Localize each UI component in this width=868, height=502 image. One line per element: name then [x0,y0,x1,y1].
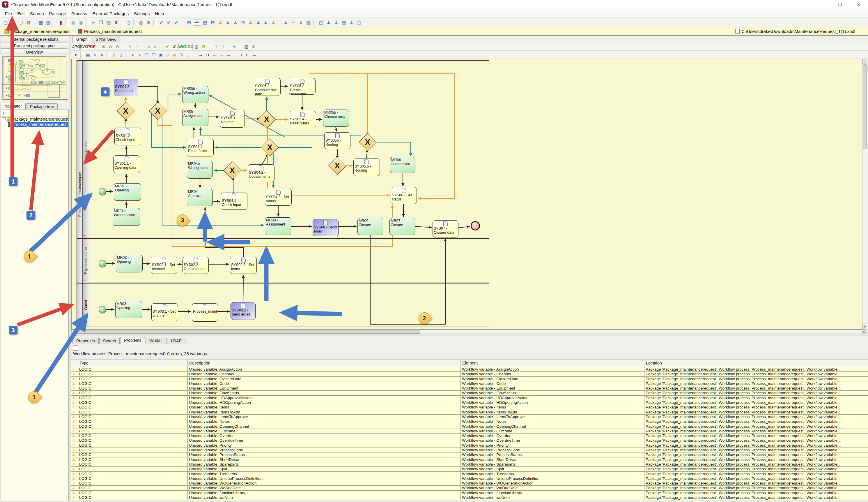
user-blue-icon[interactable]: ♟ [325,19,332,26]
save-icon[interactable]: ▦ [37,19,44,26]
participant-blue-icon[interactable]: ♟ [255,19,262,26]
activity-sys04-2[interactable]: SYS04.2 - Update items [248,164,275,182]
delete-icon[interactable]: ✘ [113,19,120,26]
horizontal-splitter[interactable] [71,334,868,336]
problem-row[interactable]: ⚠LOGICUnused variable: SplitWorkflow var… [71,467,868,471]
activity-mr01[interactable]: MR01 - Opening [114,183,141,201]
problem-row[interactable]: ⚠LOGICUnused variable: functionLibraryWo… [71,491,868,495]
tab-package-tree[interactable]: Package tree [26,103,58,110]
blank-activity-tool[interactable]: ▯ [117,52,124,58]
previous-validation-icon[interactable]: ✔ [165,19,172,26]
rotate-left-icon[interactable]: ↰ [126,43,133,50]
new-package-icon[interactable]: ▢ [2,19,9,26]
delete-graph-icon[interactable]: ⊠ [200,43,207,50]
activity-sys07[interactable]: SYS07 - Closure data [433,220,458,238]
activity-mr09[interactable]: MR09 - Closure [358,218,383,235]
zoom-out-icon[interactable]: ⊖ [114,43,121,50]
tab-search[interactable]: Search [99,338,120,344]
problem-row[interactable]: ⚠LOGICUnused variable: ShortDescrWorkflo… [71,458,868,462]
activity-mr04b[interactable]: MR04b - Wrong action [187,161,213,179]
paste-icon[interactable]: ▤ [105,19,112,26]
exit-icon[interactable]: ▮ [57,19,64,26]
forward-icon[interactable]: ◉ [78,19,84,26]
activity-sys05-5[interactable]: SYS05.5 - Routing [353,158,380,176]
problem-row[interactable]: ⚠LOGICUnused variable: EquipmentWorkflow… [71,386,868,391]
activity-sys05b[interactable]: SYS05b - Routing [324,132,350,149]
tab-properties[interactable]: Properties [72,338,99,344]
activity-mr01b[interactable]: MR01b - Wrong action [113,208,140,226]
problem-row[interactable]: ⚠LOGICUnused variable: OverdueTimeWorkfl… [71,438,868,443]
select-tool[interactable]: ➤ [73,52,79,58]
problem-row[interactable]: ⚠LOGICUnused variable: ProcessCodeWorkfl… [71,448,868,452]
export-svg-icon[interactable]: SVG [80,43,87,50]
start-event[interactable] [99,260,106,268]
activity-sys08[interactable]: SYS08 - Send email [313,219,339,236]
activity-sys05-2[interactable]: SYS05.2 - Compute due date [254,78,281,96]
pull-up-icon[interactable]: ❐ [219,43,226,50]
route-tool[interactable]: ◇ [164,52,171,58]
participant-gold-icon[interactable]: ♟ [270,19,277,26]
spell-abc-off-icon[interactable]: ABC [186,43,193,50]
activity-sys02-3[interactable]: SYS02.3 - Set items [230,257,257,274]
column-header-element[interactable]: Element [461,360,644,367]
history-forward-icon[interactable]: ▶ [152,43,159,50]
menu-search[interactable]: Search [27,10,46,17]
tab-graph[interactable]: Graph [72,36,91,43]
activity-sys05-3[interactable]: SYS05.3 - Create workorder [289,78,316,95]
spell-check-icon[interactable]: ABC [193,19,201,26]
activity-mr03[interactable]: MR03 - Opening [115,301,142,318]
panel-header-transient-package-pool[interactable]: Transient package pool [1,42,68,49]
activity-mr06[interactable]: MR06 - Suspension [390,157,415,173]
subprocess-tool[interactable]: ▣ [157,52,164,58]
activity-sys02-2[interactable]: SYS02.2 - Opening data [183,257,209,274]
accept-changes-icon[interactable]: ✔ [164,43,170,50]
activity-sys04-1[interactable]: SYS04.1 - Check input [221,193,247,210]
activity-sys05-4[interactable]: SYS05.4 - Reset fields [289,111,316,128]
problem-row[interactable]: ⚠LOGICUnused variable: ClosureDateWorkfl… [71,377,868,381]
scroll-down-button[interactable]: ▼ [862,324,867,329]
problem-row[interactable]: ⚠LOGICUnused variable: FlowStatusWorkflo… [71,391,868,395]
scroll-left-button[interactable]: ◀ [72,330,76,334]
problem-row[interactable]: ⚠LOGICUnused variable: PriorityWorkflow … [71,443,868,448]
tab-problems[interactable]: Problems [120,337,145,344]
problem-row[interactable]: ⚠LOGICUnused variable: ProcessStatusWork… [71,452,868,457]
association-tool[interactable]: ⇢ [237,52,244,58]
transient-package-icon[interactable]: ▤ [202,19,209,26]
activity-mr05[interactable]: MR05 - Assignment [182,109,208,126]
problem-row[interactable]: ⚠LOGICUnused variable: OutcomeWorkflow v… [71,429,868,433]
problem-row[interactable]: ⚠LOGICUnused variable: ItemsToApproveWor… [71,414,868,419]
properties-icon[interactable]: ▯ [125,19,132,26]
next-validation-icon[interactable]: ✔ [173,19,180,26]
participant-green-icon[interactable]: ♟ [262,19,269,26]
package-tree-view-icon[interactable]: ⊟ [209,19,216,26]
problem-row[interactable]: ⚠LOGICUnused variable: NotesWorkflow var… [71,419,868,424]
refresh-icon[interactable]: ✱ [250,43,257,50]
list-blue-icon[interactable]: ▤ [340,19,347,26]
participant-orange-icon[interactable]: ♟ [247,19,254,26]
column-header-location[interactable]: Location [644,360,868,367]
history-back-icon[interactable]: ◀ [145,43,152,50]
problem-row[interactable]: ⚠LOGICUnused variable: HDApprovalActionW… [71,396,868,400]
manual-activity-tool[interactable]: ✎ [178,52,185,58]
tab-package-maintenancerequest[interactable]: Package_maintenancerequest [0,27,74,35]
activity-sys03-2[interactable]: SYS03.2 - Send email [230,302,256,320]
menu-package[interactable]: Package [46,10,69,17]
problem-row[interactable]: ⚠LOGICUnused variable: UniqueProcessDefi… [71,476,868,481]
activity-sys02-1[interactable]: SYS02.1 - Set channel [151,257,177,274]
problem-row[interactable]: ⚠LOGICUnused variable: CodeWorkflow vari… [71,381,868,386]
expand-tree-icon[interactable]: ⇓ [2,111,6,116]
actual-size-icon[interactable]: ▥ [243,43,249,50]
tab-navigator[interactable]: Navigator [1,103,25,110]
cut-icon[interactable]: ✂ [90,19,97,26]
close-button[interactable]: ✕ [849,0,868,9]
problem-row[interactable]: ⚠LOGICUnused variable: ItemsToAddWorkflo… [71,410,868,414]
menu-help[interactable]: Help [152,10,166,17]
problem-row[interactable]: ⚠LOGICUnused variable: ItemsWorkflow var… [71,405,868,410]
problem-row[interactable]: ⚠LOGICUnused variable: OpeningChannelWor… [71,424,868,429]
tab-wfxml[interactable]: WfXML [146,338,166,344]
problem-row[interactable]: ⚠LOGICUnused variable: SparepartsWorkflo… [71,462,868,467]
menu-process[interactable]: Process [69,10,90,17]
exception-transition-tool[interactable]: ↔ [211,52,218,58]
default-transition-tool[interactable]: → [218,52,225,58]
menu-settings[interactable]: Settings [131,10,152,17]
